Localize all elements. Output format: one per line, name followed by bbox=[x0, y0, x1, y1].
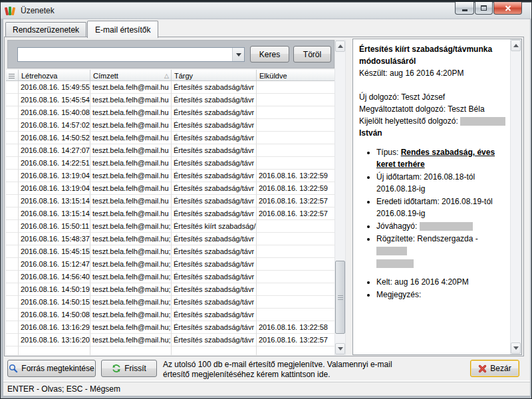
cell-row-selector bbox=[6, 119, 19, 132]
tab-rendszeruzenetek[interactable]: Rendszerüzenetek bbox=[5, 22, 86, 37]
cell-subject: Értesítés szabadság/távr bbox=[172, 296, 257, 309]
scroll-down-button[interactable] bbox=[511, 342, 521, 354]
magnifier-icon bbox=[9, 364, 18, 373]
table-row[interactable]: 2016.08.16. 15:48:37teszt.bela.felh@mail… bbox=[6, 233, 334, 245]
cell-created: 2016.08.16. 14:50:08 bbox=[19, 309, 90, 321]
cell-to: teszt.bela.felh@mail.hu bbox=[90, 81, 172, 94]
cell-row-selector bbox=[6, 94, 19, 106]
search-input[interactable] bbox=[18, 48, 232, 61]
column-header-elkuldve[interactable]: Elküldve bbox=[257, 70, 334, 81]
sort-ascending-icon: △ bbox=[164, 72, 169, 79]
table-row[interactable]: 2016.08.16. 14:27:07teszt.bela.felh@mail… bbox=[6, 144, 334, 157]
table-row[interactable]: 2016.08.16. 15:40:08teszt.bela.felh@mail… bbox=[6, 106, 334, 119]
table-row[interactable]: 2016.08.16. 14:57:02teszt.bela.felh@mail… bbox=[6, 119, 334, 132]
cell-to: teszt.bela.felh@mail.hu; bbox=[90, 245, 172, 258]
scroll-up-button[interactable] bbox=[335, 41, 345, 52]
cell-subject: Értesítés szabadság/távr bbox=[172, 283, 257, 296]
column-header-selector[interactable] bbox=[6, 70, 19, 81]
email-grid-body: 2016.08.16. 15:49:55teszt.bela.felh@mail… bbox=[6, 81, 334, 355]
detail-title: Értesítés kiírt szabadság/távmunka módos… bbox=[359, 43, 506, 67]
refresh-label: Frissít bbox=[124, 364, 146, 373]
table-row[interactable]: 2016.08.16. 15:12:47teszt.bela.felh@mail… bbox=[6, 258, 334, 271]
table-row[interactable]: 2016.08.16. 15:45:54teszt.bela.felh@mail… bbox=[6, 94, 334, 106]
table-row[interactable]: 2016.08.16. 15:49:55teszt.bela.felh@mail… bbox=[6, 81, 334, 94]
bullet-text: Eredeti időtartam: 2016.08.19-tól 2016.0… bbox=[376, 197, 493, 218]
grid-header: Létrehozva Címzett △ Tárgy Elküldve bbox=[6, 70, 334, 81]
table-row[interactable]: 2016.08.16. 14:50:19teszt.bela.felh@mail… bbox=[6, 283, 334, 296]
redaction-box bbox=[376, 247, 407, 255]
redaction-box bbox=[420, 222, 473, 231]
scroll-down-button[interactable] bbox=[335, 343, 345, 354]
cell-created: 2016.08.16. 13:16:20 bbox=[19, 334, 90, 346]
cell-to: teszt.bela.felh@mail.hu bbox=[90, 132, 172, 144]
column-label: Tárgy bbox=[174, 72, 193, 80]
detail-bullet-item: Típus: Rendes szabadság, éves keret terh… bbox=[376, 146, 506, 170]
table-row[interactable]: 2016.08.16. 14:50:08teszt.bela.felh@mail… bbox=[6, 309, 334, 321]
refresh-button[interactable]: Frissít bbox=[101, 360, 157, 377]
cell-to: teszt.bela.felh@mail.hu bbox=[90, 170, 172, 182]
cell-sent bbox=[257, 233, 334, 245]
table-row[interactable]: 2016.08.16. 15:45:15teszt.bela.felh@mail… bbox=[6, 245, 334, 258]
cell-row-selector bbox=[6, 157, 19, 170]
scroll-up-button[interactable] bbox=[511, 40, 521, 51]
scroll-track[interactable] bbox=[335, 52, 345, 343]
email-grid: Létrehozva Címzett △ Tárgy Elküldve 2016… bbox=[6, 70, 334, 355]
cell-subject: Értesítés szabadság/távr bbox=[172, 81, 257, 94]
table-row[interactable]: 2016.08.16. 13:16:29teszt.bela.felh@mail… bbox=[6, 321, 334, 334]
table-row[interactable]: 2016.08.16. 14:50:52teszt.bela.felh@mail… bbox=[6, 132, 334, 144]
titlebar[interactable]: Üzenetek bbox=[5, 3, 527, 19]
clear-button[interactable]: Töröl bbox=[293, 46, 331, 63]
grid-vertical-scrollbar[interactable] bbox=[334, 40, 346, 355]
cell-sent: 2016.08.16. 13:22:59 bbox=[257, 182, 334, 195]
triangle-up-icon bbox=[513, 44, 519, 47]
table-row[interactable]: 2016.08.16. 15:50:11teszt.bela.felh@mail… bbox=[6, 220, 334, 233]
empty-cell bbox=[172, 346, 257, 355]
bullet-text: Jóváhagyó: bbox=[376, 221, 420, 231]
table-row[interactable]: 2016.08.16. 14:50:15teszt.bela.felh@mail… bbox=[6, 296, 334, 309]
cell-subject: Értesítés szabadság/távr bbox=[172, 94, 257, 106]
scroll-track[interactable] bbox=[511, 51, 521, 342]
triangle-down-icon bbox=[338, 347, 343, 350]
detail-bullet-item: Új időtartam: 2016.08.18-tól 2016.08.18-… bbox=[376, 171, 506, 195]
table-row[interactable]: 2016.08.16. 13:16:20teszt.bela.felh@mail… bbox=[6, 334, 334, 346]
cell-to: teszt.bela.felh@mail.hu bbox=[90, 182, 172, 195]
close-dialog-button[interactable]: Bezár bbox=[470, 360, 519, 377]
view-source-button[interactable]: Forrás megtekintése bbox=[7, 360, 96, 377]
column-header-letrehozva[interactable]: Létrehozva bbox=[19, 70, 90, 81]
table-row[interactable]: 2016.08.16. 14:22:51teszt.bela.felh@mail… bbox=[6, 157, 334, 170]
combo-dropdown-button[interactable] bbox=[232, 48, 244, 61]
table-row[interactable]: 2016.08.16. 13:19:04teszt.bela.felh@mail… bbox=[6, 182, 334, 195]
cell-created: 2016.08.16. 14:56:40 bbox=[19, 271, 90, 283]
cell-created: 2016.08.16. 14:50:19 bbox=[19, 283, 90, 296]
detail-bullet-list: Típus: Rendes szabadság, éves keret terh… bbox=[359, 146, 506, 301]
detail-vertical-scrollbar[interactable] bbox=[510, 39, 521, 354]
minimize-icon bbox=[462, 9, 467, 11]
detail-created: Készült: aug 16 2016 4:20PM bbox=[359, 67, 506, 79]
cell-subject: Értesítés szabadság/távr bbox=[172, 132, 257, 144]
table-row[interactable]: 2016.08.16. 13:19:04teszt.bela.felh@mail… bbox=[6, 170, 334, 182]
cell-subject: Értesítés szabadság/távr bbox=[172, 182, 257, 195]
table-row[interactable]: 2016.08.16. 13:15:14teszt.bela.felh@mail… bbox=[6, 195, 334, 207]
column-label: Elküldve bbox=[259, 72, 287, 80]
table-row[interactable]: 2016.08.16. 13:15:14teszt.bela.felh@mail… bbox=[6, 207, 334, 220]
table-row[interactable]: 2016.08.16. 14:56:40teszt.bela.felh@mail… bbox=[6, 271, 334, 283]
bullet-text: Új időtartam: 2016.08.18-tól 2016.08.18-… bbox=[376, 172, 475, 194]
scroll-thumb[interactable] bbox=[335, 261, 345, 334]
redaction-box bbox=[376, 259, 414, 268]
cell-row-selector bbox=[6, 106, 19, 119]
cell-sent bbox=[257, 157, 334, 170]
close-window-button[interactable] bbox=[493, 2, 522, 15]
window-controls bbox=[455, 2, 522, 15]
cell-subject: Értesítés szabadság/távr bbox=[172, 334, 257, 346]
tab-email-ertesitok[interactable]: E-mail értesítők bbox=[87, 21, 158, 38]
minimize-button[interactable] bbox=[455, 2, 474, 15]
maximize-button[interactable] bbox=[475, 2, 493, 15]
detail-bullet-item: Megjegyzés: bbox=[376, 289, 506, 301]
column-header-targy[interactable]: Tárgy bbox=[172, 70, 257, 81]
column-header-cimzett[interactable]: Címzett △ bbox=[90, 70, 172, 81]
search-button[interactable]: Keres bbox=[250, 46, 289, 63]
search-combobox[interactable] bbox=[17, 47, 245, 62]
footer-info-text[interactable]: Az utolsó 100 db e-mail értesítő megjele… bbox=[163, 360, 392, 380]
cell-to: teszt.bela.felh@mail.hu; bbox=[90, 233, 172, 245]
chevron-down-icon bbox=[236, 53, 241, 57]
